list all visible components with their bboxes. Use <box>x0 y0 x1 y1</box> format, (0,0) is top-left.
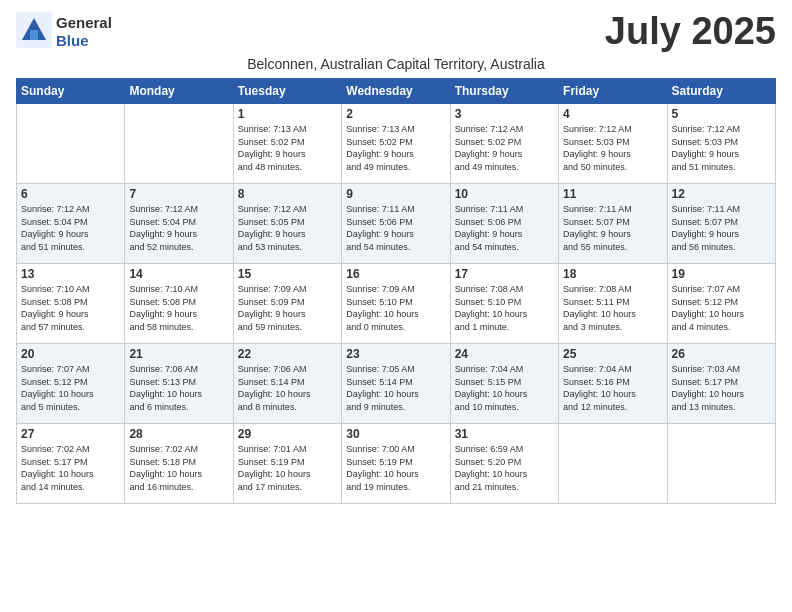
calendar-cell: 20Sunrise: 7:07 AM Sunset: 5:12 PM Dayli… <box>17 344 125 424</box>
cell-content: Sunrise: 7:04 AM Sunset: 5:16 PM Dayligh… <box>563 363 662 413</box>
week-row-4: 20Sunrise: 7:07 AM Sunset: 5:12 PM Dayli… <box>17 344 776 424</box>
day-number: 7 <box>129 187 228 201</box>
day-number: 27 <box>21 427 120 441</box>
week-row-5: 27Sunrise: 7:02 AM Sunset: 5:17 PM Dayli… <box>17 424 776 504</box>
week-row-3: 13Sunrise: 7:10 AM Sunset: 5:08 PM Dayli… <box>17 264 776 344</box>
day-number: 28 <box>129 427 228 441</box>
col-tuesday: Tuesday <box>233 79 341 104</box>
calendar-cell: 17Sunrise: 7:08 AM Sunset: 5:10 PM Dayli… <box>450 264 558 344</box>
header-row: Sunday Monday Tuesday Wednesday Thursday… <box>17 79 776 104</box>
day-number: 8 <box>238 187 337 201</box>
day-number: 9 <box>346 187 445 201</box>
calendar-cell: 14Sunrise: 7:10 AM Sunset: 5:08 PM Dayli… <box>125 264 233 344</box>
cell-content: Sunrise: 7:12 AM Sunset: 5:03 PM Dayligh… <box>672 123 771 173</box>
day-number: 24 <box>455 347 554 361</box>
calendar-cell: 15Sunrise: 7:09 AM Sunset: 5:09 PM Dayli… <box>233 264 341 344</box>
cell-content: Sunrise: 7:08 AM Sunset: 5:11 PM Dayligh… <box>563 283 662 333</box>
day-number: 15 <box>238 267 337 281</box>
day-number: 23 <box>346 347 445 361</box>
day-number: 14 <box>129 267 228 281</box>
calendar-cell: 31Sunrise: 6:59 AM Sunset: 5:20 PM Dayli… <box>450 424 558 504</box>
cell-content: Sunrise: 7:12 AM Sunset: 5:04 PM Dayligh… <box>129 203 228 253</box>
header: General Blue July 2025 <box>16 12 776 52</box>
day-number: 21 <box>129 347 228 361</box>
logo-text: General Blue <box>56 14 112 50</box>
day-number: 2 <box>346 107 445 121</box>
logo-graphic <box>16 12 52 52</box>
day-number: 5 <box>672 107 771 121</box>
cell-content: Sunrise: 7:00 AM Sunset: 5:19 PM Dayligh… <box>346 443 445 493</box>
day-number: 11 <box>563 187 662 201</box>
day-number: 31 <box>455 427 554 441</box>
day-number: 30 <box>346 427 445 441</box>
calendar-cell: 24Sunrise: 7:04 AM Sunset: 5:15 PM Dayli… <box>450 344 558 424</box>
calendar-cell: 21Sunrise: 7:06 AM Sunset: 5:13 PM Dayli… <box>125 344 233 424</box>
day-number: 16 <box>346 267 445 281</box>
cell-content: Sunrise: 7:11 AM Sunset: 5:06 PM Dayligh… <box>346 203 445 253</box>
logo-blue: Blue <box>56 32 89 49</box>
cell-content: Sunrise: 7:12 AM Sunset: 5:04 PM Dayligh… <box>21 203 120 253</box>
subtitle: Belconnen, Australian Capital Territory,… <box>16 56 776 72</box>
calendar-cell: 18Sunrise: 7:08 AM Sunset: 5:11 PM Dayli… <box>559 264 667 344</box>
calendar-cell: 7Sunrise: 7:12 AM Sunset: 5:04 PM Daylig… <box>125 184 233 264</box>
cell-content: Sunrise: 7:06 AM Sunset: 5:14 PM Dayligh… <box>238 363 337 413</box>
day-number: 22 <box>238 347 337 361</box>
col-thursday: Thursday <box>450 79 558 104</box>
calendar-cell: 6Sunrise: 7:12 AM Sunset: 5:04 PM Daylig… <box>17 184 125 264</box>
cell-content: Sunrise: 7:10 AM Sunset: 5:08 PM Dayligh… <box>21 283 120 333</box>
calendar-cell: 16Sunrise: 7:09 AM Sunset: 5:10 PM Dayli… <box>342 264 450 344</box>
calendar-cell: 27Sunrise: 7:02 AM Sunset: 5:17 PM Dayli… <box>17 424 125 504</box>
cell-content: Sunrise: 7:04 AM Sunset: 5:15 PM Dayligh… <box>455 363 554 413</box>
col-monday: Monday <box>125 79 233 104</box>
cell-content: Sunrise: 7:11 AM Sunset: 5:07 PM Dayligh… <box>563 203 662 253</box>
week-row-1: 1Sunrise: 7:13 AM Sunset: 5:02 PM Daylig… <box>17 104 776 184</box>
cell-content: Sunrise: 7:13 AM Sunset: 5:02 PM Dayligh… <box>238 123 337 173</box>
day-number: 4 <box>563 107 662 121</box>
calendar-cell <box>17 104 125 184</box>
day-number: 29 <box>238 427 337 441</box>
cell-content: Sunrise: 7:10 AM Sunset: 5:08 PM Dayligh… <box>129 283 228 333</box>
day-number: 6 <box>21 187 120 201</box>
cell-content: Sunrise: 7:07 AM Sunset: 5:12 PM Dayligh… <box>672 283 771 333</box>
svg-rect-2 <box>30 30 38 40</box>
day-number: 13 <box>21 267 120 281</box>
month-title: July 2025 <box>605 12 776 50</box>
cell-content: Sunrise: 7:02 AM Sunset: 5:18 PM Dayligh… <box>129 443 228 493</box>
day-number: 3 <box>455 107 554 121</box>
day-number: 20 <box>21 347 120 361</box>
day-number: 17 <box>455 267 554 281</box>
day-number: 25 <box>563 347 662 361</box>
cell-content: Sunrise: 7:12 AM Sunset: 5:03 PM Dayligh… <box>563 123 662 173</box>
cell-content: Sunrise: 7:05 AM Sunset: 5:14 PM Dayligh… <box>346 363 445 413</box>
col-saturday: Saturday <box>667 79 775 104</box>
cell-content: Sunrise: 6:59 AM Sunset: 5:20 PM Dayligh… <box>455 443 554 493</box>
calendar-cell <box>125 104 233 184</box>
calendar-cell: 8Sunrise: 7:12 AM Sunset: 5:05 PM Daylig… <box>233 184 341 264</box>
week-row-2: 6Sunrise: 7:12 AM Sunset: 5:04 PM Daylig… <box>17 184 776 264</box>
cell-content: Sunrise: 7:11 AM Sunset: 5:06 PM Dayligh… <box>455 203 554 253</box>
cell-content: Sunrise: 7:12 AM Sunset: 5:02 PM Dayligh… <box>455 123 554 173</box>
calendar-cell: 2Sunrise: 7:13 AM Sunset: 5:02 PM Daylig… <box>342 104 450 184</box>
cell-content: Sunrise: 7:01 AM Sunset: 5:19 PM Dayligh… <box>238 443 337 493</box>
calendar-cell: 9Sunrise: 7:11 AM Sunset: 5:06 PM Daylig… <box>342 184 450 264</box>
day-number: 10 <box>455 187 554 201</box>
calendar-cell: 4Sunrise: 7:12 AM Sunset: 5:03 PM Daylig… <box>559 104 667 184</box>
calendar-cell: 11Sunrise: 7:11 AM Sunset: 5:07 PM Dayli… <box>559 184 667 264</box>
day-number: 1 <box>238 107 337 121</box>
calendar-cell: 23Sunrise: 7:05 AM Sunset: 5:14 PM Dayli… <box>342 344 450 424</box>
col-friday: Friday <box>559 79 667 104</box>
day-number: 18 <box>563 267 662 281</box>
cell-content: Sunrise: 7:02 AM Sunset: 5:17 PM Dayligh… <box>21 443 120 493</box>
cell-content: Sunrise: 7:06 AM Sunset: 5:13 PM Dayligh… <box>129 363 228 413</box>
calendar-cell: 13Sunrise: 7:10 AM Sunset: 5:08 PM Dayli… <box>17 264 125 344</box>
calendar-cell: 5Sunrise: 7:12 AM Sunset: 5:03 PM Daylig… <box>667 104 775 184</box>
calendar-cell: 19Sunrise: 7:07 AM Sunset: 5:12 PM Dayli… <box>667 264 775 344</box>
calendar-cell: 25Sunrise: 7:04 AM Sunset: 5:16 PM Dayli… <box>559 344 667 424</box>
cell-content: Sunrise: 7:03 AM Sunset: 5:17 PM Dayligh… <box>672 363 771 413</box>
calendar-cell: 10Sunrise: 7:11 AM Sunset: 5:06 PM Dayli… <box>450 184 558 264</box>
col-wednesday: Wednesday <box>342 79 450 104</box>
calendar-cell: 22Sunrise: 7:06 AM Sunset: 5:14 PM Dayli… <box>233 344 341 424</box>
cell-content: Sunrise: 7:07 AM Sunset: 5:12 PM Dayligh… <box>21 363 120 413</box>
calendar-cell: 29Sunrise: 7:01 AM Sunset: 5:19 PM Dayli… <box>233 424 341 504</box>
day-number: 26 <box>672 347 771 361</box>
